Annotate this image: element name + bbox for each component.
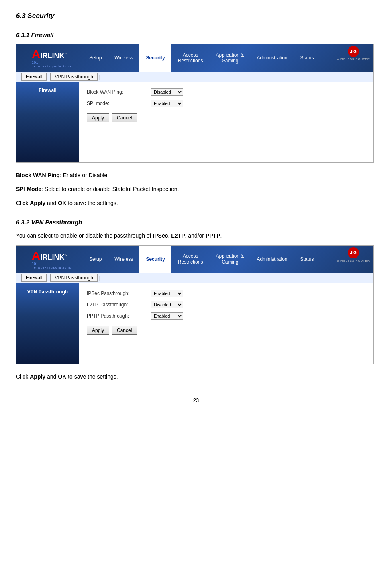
select-ipsec[interactable]: Enabled Disabled	[151, 290, 183, 297]
para-apply-2-rest: to save the settings.	[66, 373, 118, 380]
logo-a-2: A	[32, 250, 41, 262]
tab-wireless-2[interactable]: Wireless	[108, 246, 139, 273]
subnav-firewall-1[interactable]: Firewall	[21, 73, 47, 81]
router-content-2: IPSec Passthrough: Enabled Disabled L2TP…	[79, 283, 373, 364]
tab-appgaming-1[interactable]: Application &Gaming	[209, 44, 250, 72]
subnav-vpn-2[interactable]: VPN Passthrough	[50, 274, 97, 282]
logo-area-2: A IRLINK™ 101 networkingsolutions	[20, 250, 83, 269]
subsection1-title: 6.3.1 Firewall	[16, 31, 376, 38]
router-body-1: Firewall Block WAN Ping: Disabled Enable…	[16, 82, 373, 162]
period-1: .	[220, 232, 222, 239]
logo-networking-2: networkingsolutions	[32, 266, 71, 269]
para-apply-1-rest: to save the settings.	[66, 200, 118, 206]
logo-irlink-1: IRLINK™	[40, 52, 67, 60]
form-buttons-firewall: Apply Cancel	[87, 113, 365, 122]
para-apply-1-and: and	[45, 200, 58, 206]
page-number: 23	[16, 397, 376, 403]
label-blockwan: Block WAN Ping:	[87, 89, 151, 95]
bold-pptp: PPTP	[206, 232, 220, 239]
select-blockwan[interactable]: Disabled Enabled	[151, 88, 183, 96]
para-blockwan: Block WAN Ping: Enable or Disable.	[16, 171, 376, 180]
tab-security-2[interactable]: Security	[139, 246, 171, 273]
tab-access-1[interactable]: AccessRestrictions	[172, 44, 210, 72]
tab-wireless-1[interactable]: Wireless	[108, 44, 139, 72]
sub-nav-1: Firewall | VPN Passthrough |	[16, 72, 373, 82]
sidebar-label-firewall: Firewall	[39, 88, 57, 93]
router-header-1: A IRLINK™ 101 networkingsolutions Setup …	[16, 44, 373, 72]
form-row-ipsec: IPSec Passthrough: Enabled Disabled	[87, 290, 365, 297]
para-vpn-prefix: You can select to enable or disable the …	[16, 232, 153, 239]
tab-admin-1[interactable]: Administration	[250, 44, 294, 72]
para-spi: SPI Mode: Select to enable or disable St…	[16, 185, 376, 193]
bold-ok-2: OK	[58, 373, 66, 380]
para-vpn-intro: You can select to enable or disable the …	[16, 231, 376, 240]
subnav-vpn-1[interactable]: VPN Passthrough	[50, 73, 97, 81]
tab-security-1[interactable]: Security	[139, 44, 171, 72]
nav-tabs-1: Setup Wireless Security AccessRestrictio…	[83, 44, 369, 72]
para-apply-1: Click Apply and OK to save the settings.	[16, 199, 376, 207]
section-title: 6.3 Security	[16, 12, 376, 20]
select-pptp[interactable]: Enabled Disabled	[151, 312, 183, 320]
subnav-firewall-2[interactable]: Firewall	[21, 274, 47, 282]
nav-tabs-2: Setup Wireless Security AccessRestrictio…	[83, 246, 369, 273]
logo-101-2: 101	[32, 262, 39, 266]
firewall-screenshot: A IRLINK™ 101 networkingsolutions Setup …	[16, 44, 374, 163]
sidebar-label-vpn: VPN Passthrough	[27, 289, 68, 295]
logo-area-1: A IRLINK™ 101 networkingsolutions	[20, 48, 83, 68]
wireless-router-text-1: WIRELESS ROUTER	[337, 58, 370, 61]
router-sidebar-1: Firewall	[16, 82, 79, 162]
para-apply-2-and: and	[45, 373, 58, 380]
select-spi[interactable]: Enabled Disabled	[151, 100, 183, 107]
router-header-2: A IRLINK™ 101 networkingsolutions Setup …	[16, 246, 373, 273]
logo-networking-1: networkingsolutions	[32, 65, 71, 68]
router-sidebar-2: VPN Passthrough	[16, 283, 79, 364]
wireless-router-text-2: WIRELESS ROUTER	[337, 259, 370, 262]
para-apply-2-prefix: Click	[16, 373, 30, 380]
tab-appgaming-2[interactable]: Application &Gaming	[209, 246, 250, 273]
para-apply-2: Click Apply and OK to save the settings.	[16, 372, 376, 381]
bold-spi: SPI Mode	[16, 186, 41, 192]
form-row-blockwan: Block WAN Ping: Disabled Enabled	[87, 88, 365, 96]
logo-irlink-2: IRLINK™	[40, 253, 67, 262]
airlink-logo-2: A IRLINK™ 101 networkingsolutions	[32, 250, 71, 269]
label-ipsec: IPSec Passthrough:	[87, 291, 151, 296]
andor: , and/or	[185, 232, 206, 239]
subsection2-title: 6.3.2 VPN Passthrough	[16, 219, 376, 226]
label-spi: SPI mode:	[87, 100, 151, 106]
sub-nav-2: Firewall | VPN Passthrough |	[16, 273, 373, 283]
form-row-spi: SPI mode: Enabled Disabled	[87, 100, 365, 107]
para-spi-rest: : Select to enable or disable Stateful P…	[41, 186, 179, 192]
router-body-2: VPN Passthrough IPSec Passthrough: Enabl…	[16, 283, 373, 364]
form-row-pptp: PPTP Passthrough: Enabled Disabled	[87, 312, 365, 320]
tab-setup-1[interactable]: Setup	[83, 44, 108, 72]
logo-a-1: A	[32, 48, 41, 60]
airlink-logo-1: A IRLINK™ 101 networkingsolutions	[32, 48, 71, 68]
form-row-l2tp: L2TP Passthrough: Disabled Enabled	[87, 301, 365, 308]
bold-blockwan: Block WAN Ping	[16, 172, 60, 178]
tab-status-1[interactable]: Status	[294, 44, 321, 72]
logo-101-1: 101	[32, 60, 39, 64]
form-buttons-vpn: Apply Cancel	[87, 326, 365, 335]
tab-setup-2[interactable]: Setup	[83, 246, 108, 273]
tab-access-2[interactable]: AccessRestrictions	[172, 246, 210, 273]
tab-admin-2[interactable]: Administration	[250, 246, 294, 273]
label-pptp: PPTP Passthrough:	[87, 313, 151, 319]
para-apply-1-prefix: Click	[16, 200, 30, 206]
vpn-screenshot: A IRLINK™ 101 networkingsolutions Setup …	[16, 245, 374, 364]
apply-button-vpn[interactable]: Apply	[87, 326, 109, 335]
select-l2tp[interactable]: Disabled Enabled	[151, 301, 183, 308]
tab-status-2[interactable]: Status	[294, 246, 321, 273]
bold-apply-1: Apply	[30, 200, 45, 206]
bold-l2tp: L2TP	[171, 232, 185, 239]
bold-apply-2: Apply	[30, 373, 45, 380]
cancel-button-firewall[interactable]: Cancel	[112, 113, 137, 122]
jig-logo-1: JIG WIRELESS ROUTER	[337, 46, 370, 61]
bold-ipsec: IPSec	[153, 232, 168, 239]
router-content-1: Block WAN Ping: Disabled Enabled SPI mod…	[79, 82, 373, 162]
para-blockwan-rest: : Enable or Disable.	[60, 172, 109, 178]
bold-ok-1: OK	[58, 200, 66, 206]
label-l2tp: L2TP Passthrough:	[87, 302, 151, 308]
apply-button-firewall[interactable]: Apply	[87, 113, 109, 122]
jig-logo-2: JIG WIRELESS ROUTER	[337, 247, 370, 262]
cancel-button-vpn[interactable]: Cancel	[112, 326, 137, 335]
